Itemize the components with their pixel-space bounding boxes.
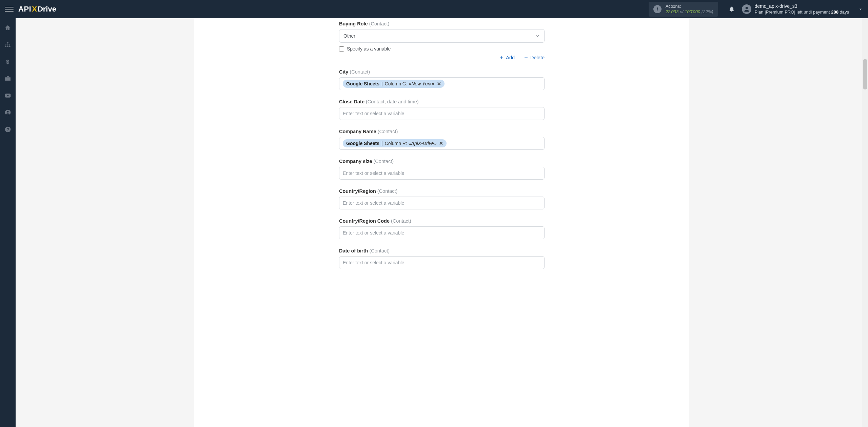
actions-label: Actions:: [666, 4, 713, 9]
input-country-region[interactable]: [339, 197, 545, 209]
sidebar-item-billing[interactable]: $: [0, 57, 16, 66]
select-buying-role-value: Other: [343, 33, 355, 39]
svg-rect-4: [9, 46, 10, 47]
input-date-of-birth[interactable]: [339, 256, 545, 269]
delete-button[interactable]: Delete: [524, 55, 545, 60]
select-buying-role[interactable]: Other: [339, 29, 545, 43]
logo-text-x: X: [32, 5, 37, 14]
info-icon: i: [653, 5, 662, 13]
form-card: Buying Role (Contact) Other Specify as a…: [194, 18, 689, 427]
user-menu[interactable]: demo_apix-drive_s3 Plan |Premium PRO| le…: [742, 3, 849, 15]
input-close-date-field[interactable]: [343, 111, 541, 116]
checkbox-specify-variable[interactable]: Specify as a variable: [339, 46, 545, 52]
input-close-date[interactable]: [339, 107, 545, 120]
field-close-date: Close Date (Contact, date and time): [339, 99, 545, 120]
tag-remove-icon[interactable]: ✕: [437, 81, 441, 86]
field-country-region: Country/Region (Contact): [339, 188, 545, 209]
logo-text-api: API: [18, 5, 31, 14]
svg-rect-2: [5, 46, 6, 47]
avatar-icon: [742, 4, 751, 14]
field-city: City (Contact) Google Sheets | Column G:…: [339, 69, 545, 90]
input-company-name[interactable]: Google Sheets | Column R: «ApiX-Drive» ✕: [339, 137, 545, 150]
field-date-of-birth: Date of birth (Contact): [339, 248, 545, 269]
input-date-of-birth-field[interactable]: [343, 260, 541, 265]
chevron-down-icon: [535, 33, 540, 39]
sidebar-item-connections[interactable]: [0, 40, 16, 49]
input-country-region-code-field[interactable]: [343, 230, 541, 236]
input-company-size[interactable]: [339, 167, 545, 180]
svg-rect-1: [7, 42, 8, 43]
field-company-name: Company Name (Contact) Google Sheets | C…: [339, 129, 545, 150]
label-date-of-birth: Date of birth: [339, 248, 368, 253]
sidebar: $ ?: [0, 18, 16, 427]
svg-point-8: [7, 111, 9, 113]
label-country-region: Country/Region: [339, 188, 376, 194]
logo-text-drive: Drive: [38, 5, 56, 14]
checkbox-specify-variable-input[interactable]: [339, 46, 344, 52]
actions-counter-box[interactable]: i Actions: 22'093 of 100'000 (22%): [649, 2, 718, 17]
chevron-down-icon[interactable]: [858, 6, 863, 12]
top-header: API X Drive i Actions: 22'093 of 100'000…: [0, 0, 868, 18]
scrollbar[interactable]: [862, 18, 868, 427]
scrollbar-thumb[interactable]: [863, 59, 867, 89]
label-close-date: Close Date: [339, 99, 364, 104]
input-country-region-field[interactable]: [343, 200, 541, 206]
user-plan-line: Plan |Premium PRO| left until payment 28…: [755, 9, 849, 15]
sidebar-item-account[interactable]: [0, 108, 16, 117]
input-company-size-field[interactable]: [343, 170, 541, 176]
user-name: demo_apix-drive_s3: [755, 3, 849, 9]
svg-rect-3: [7, 46, 8, 47]
tag-remove-icon[interactable]: ✕: [439, 141, 443, 146]
label-company-name: Company Name: [339, 129, 376, 134]
sidebar-item-help[interactable]: ?: [0, 125, 16, 134]
menu-toggle-button[interactable]: [5, 5, 14, 14]
label-country-region-code: Country/Region Code: [339, 218, 390, 224]
svg-point-0: [745, 7, 748, 9]
page-content: Buying Role (Contact) Other Specify as a…: [16, 18, 868, 427]
actions-counts: 22'093 of 100'000 (22%): [666, 9, 713, 15]
field-country-region-code: Country/Region Code (Contact): [339, 218, 545, 239]
svg-text:$: $: [6, 59, 9, 65]
bell-icon[interactable]: [728, 6, 735, 13]
field-buying-role: Buying Role (Contact) Other Specify as a…: [339, 21, 545, 60]
sidebar-item-home[interactable]: [0, 23, 16, 33]
input-country-region-code[interactable]: [339, 226, 545, 239]
add-button[interactable]: Add: [499, 55, 515, 60]
field-company-size: Company size (Contact): [339, 159, 545, 180]
logo[interactable]: API X Drive: [18, 5, 56, 14]
tag-company-name: Google Sheets | Column R: «ApiX-Drive» ✕: [343, 139, 447, 147]
label-city: City: [339, 69, 348, 75]
sidebar-item-videos[interactable]: [0, 91, 16, 100]
tag-city: Google Sheets | Column G: «New York» ✕: [343, 80, 445, 88]
label-company-size: Company size: [339, 159, 372, 164]
sidebar-item-briefcase[interactable]: [0, 74, 16, 83]
label-buying-role: Buying Role: [339, 21, 368, 26]
input-city[interactable]: Google Sheets | Column G: «New York» ✕: [339, 77, 545, 90]
svg-text:?: ?: [7, 127, 9, 131]
